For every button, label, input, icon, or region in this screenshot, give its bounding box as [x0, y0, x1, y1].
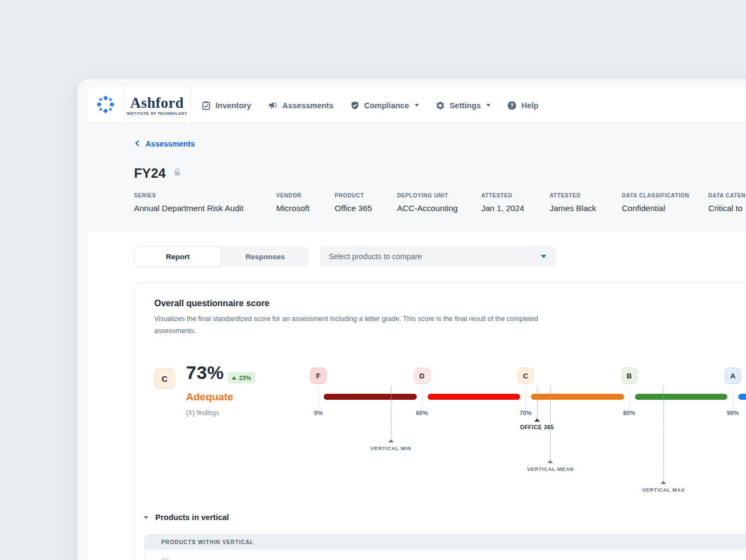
meta-value: Annual Department Risk Audit [134, 203, 243, 213]
tab-report[interactable]: Report [134, 246, 222, 267]
section-title: Products in vertical [155, 513, 229, 522]
nav-item-settings[interactable]: Settings [435, 101, 491, 110]
tick-label: 70% [520, 410, 532, 416]
marker-label: VERTICAL MAX [642, 487, 685, 493]
brand-name: Ashford [130, 96, 184, 110]
breadcrumb-back-assessments[interactable]: Assessments [134, 139, 195, 148]
marker-label: OFFICE 365 [520, 424, 554, 430]
chevron-down-icon [415, 104, 419, 107]
scale-tick [630, 388, 630, 409]
scale-tick [318, 388, 319, 409]
meta-label: ATTESTED [550, 192, 596, 199]
grade-bar-F [324, 394, 417, 400]
chevron-down-icon [541, 255, 546, 258]
title-row: FY24 [134, 166, 182, 181]
meta-field: DEPLOYING UNITACC-Accounting [397, 192, 458, 213]
meta-field: PRODUCTOffice 365 [335, 192, 372, 213]
select-placeholder: Select products to compare [329, 252, 541, 261]
meta-label: PRODUCT [335, 192, 372, 199]
meta-field: ATTESTEDJames Black [550, 192, 596, 213]
gear-icon [435, 101, 445, 110]
grade-bar-C [531, 394, 624, 400]
triangle-up-icon [232, 376, 236, 380]
grade-badge-D: D [414, 368, 430, 384]
scale-tick [733, 388, 733, 409]
chevron-left-icon [134, 139, 141, 148]
products-in-vertical-toggle[interactable]: Products in vertical [144, 513, 229, 522]
nav-item-compliance[interactable]: Compliance [350, 101, 419, 110]
table-row[interactable] [145, 550, 746, 560]
svg-text:?: ? [510, 102, 514, 108]
meta-value: Confidential [622, 203, 689, 213]
meta-field: DATA CLASSIFICATIONConfidential [622, 192, 689, 213]
meta-field: VENDORMicrosoft [276, 192, 310, 213]
marker-line [663, 386, 664, 480]
marker-triangle-up-icon [388, 439, 394, 442]
products-within-vertical-table: PRODUCTS WITHIN VERTICAL [144, 534, 746, 560]
chevron-down-icon [486, 104, 491, 107]
compare-products-select[interactable]: Select products to compare [320, 246, 556, 267]
overall-grade-badge: C [154, 368, 175, 389]
nav-label: Assessments [282, 101, 334, 110]
meta-value: Critical to [708, 203, 746, 213]
meta-field: ATTESTEDJan 1, 2024 [481, 192, 524, 213]
overall-score-value: 73% [186, 362, 224, 383]
page-title: FY24 [134, 166, 166, 181]
meta-field: DATA CATENCCritical to [708, 192, 746, 213]
meta-label: DATA CLASSIFICATION [622, 192, 689, 199]
report-responses-tabs: ReportResponses [134, 246, 309, 267]
score-delta-badge: 23% [228, 372, 255, 383]
scale-tick [526, 388, 526, 409]
meta-value: James Black [550, 203, 596, 213]
grade-badge-A: A [725, 368, 741, 384]
nav-item-inventory[interactable]: Inventory [201, 101, 251, 110]
diamond-grid-logo-icon [96, 95, 115, 116]
delta-value: 23% [239, 375, 251, 381]
nav-item-help[interactable]: ?Help [507, 101, 538, 110]
meta-label: VENDOR [276, 192, 310, 199]
nav-label: Inventory [215, 101, 251, 110]
tick-label: 90% [727, 410, 739, 416]
primary-nav: InventoryAssessmentsComplianceSettings?H… [201, 88, 539, 123]
grade-bar-D [428, 394, 521, 400]
findings-count: {X} findings [186, 409, 219, 417]
meta-value: Jan 1, 2024 [481, 203, 524, 213]
meta-label: DEPLOYING UNIT [397, 192, 458, 199]
card-description: Visualizes the final standardized score … [154, 313, 540, 337]
grade-badge-F: F [310, 368, 327, 384]
lock-icon [172, 167, 182, 179]
grade-badge-C: C [517, 368, 534, 384]
grade-badge-B: B [621, 368, 638, 384]
scale-tick [422, 388, 423, 409]
marker-triangle-up-icon [547, 460, 553, 463]
marker-triangle-up-icon [661, 481, 666, 484]
meta-label: SERIES [134, 192, 243, 199]
brand-tagline: INSTITUTE OF TECHNOLOGY [126, 112, 187, 115]
nav-label: Help [521, 101, 538, 110]
nav-label: Compliance [364, 101, 409, 110]
marker-label: VERTICAL MEAN [527, 466, 574, 472]
marker-line [550, 386, 551, 459]
clipboard-icon [201, 101, 211, 110]
grade-bar-B [635, 394, 728, 400]
nav-item-assessments[interactable]: Assessments [267, 101, 334, 110]
marker-label: VERTICAL MIN [370, 445, 411, 451]
brand-logo[interactable]: Ashford INSTITUTE OF TECHNOLOGY [124, 88, 190, 123]
meta-label: ATTESTED [481, 192, 524, 199]
triangle-down-icon [144, 516, 148, 519]
tick-label: 80% [623, 410, 635, 416]
meta-value: ACC-Accounting [397, 203, 458, 213]
app-logo[interactable] [88, 88, 124, 123]
marker-line [391, 386, 392, 439]
divider [190, 88, 191, 123]
marker-triangle-up-icon [534, 418, 540, 422]
marker-line [537, 386, 538, 418]
shield-icon [350, 101, 360, 110]
table-header: PRODUCTS WITHIN VERTICAL [145, 534, 746, 550]
tab-responses[interactable]: Responses [222, 246, 309, 267]
card-title: Overall questionnaire score [154, 299, 270, 308]
meta-field: SERIESAnnual Department Risk Audit [134, 192, 243, 213]
nav-label: Settings [450, 101, 481, 110]
grade-bar-A [738, 394, 746, 400]
meta-label: DATA CATENC [708, 192, 746, 199]
